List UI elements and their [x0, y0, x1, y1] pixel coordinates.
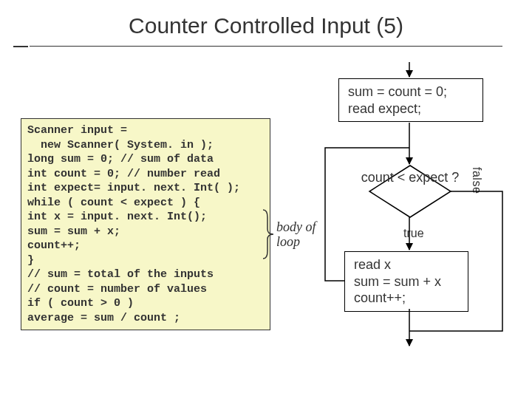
svg-marker-0 [369, 166, 451, 217]
false-label: false [470, 167, 483, 194]
flow-loop-body-box: read x sum = sum + x count++; [344, 251, 468, 312]
page-title: Counter Controlled Input (5) [0, 13, 532, 38]
code-listing: Scanner input = new Scanner( System. in … [21, 118, 270, 330]
flow-decision-diamond [369, 166, 451, 217]
title-underline [30, 46, 502, 47]
true-label: true [403, 227, 424, 240]
body-of-loop-label: body of loop [276, 220, 316, 250]
left-accent-line [13, 46, 28, 47]
flow-init-box: sum = count = 0; read expect; [338, 78, 483, 122]
brace-icon [260, 208, 275, 260]
